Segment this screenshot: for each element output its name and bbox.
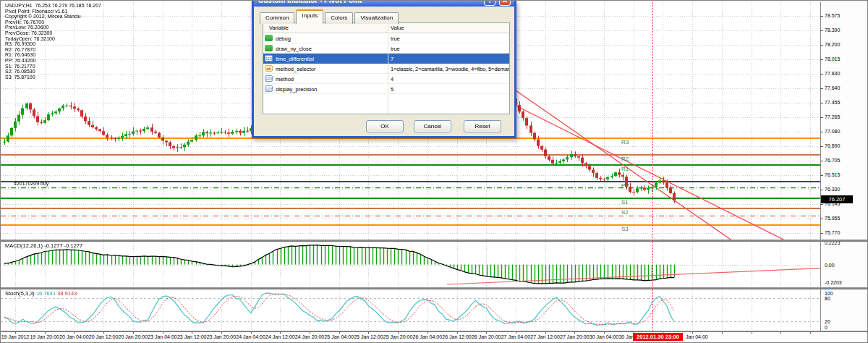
time-axis-label: 19 Jan 2012 bbox=[1, 334, 30, 339]
param-row-method[interactable]: 123method4 bbox=[263, 74, 509, 84]
price-axis-tick bbox=[820, 88, 823, 89]
time-axis-label: 23 Jan 20:00 bbox=[207, 334, 236, 339]
price-axis-tick bbox=[820, 175, 823, 176]
reset-button[interactable]: Reset bbox=[464, 120, 501, 132]
param-value: 1=classic, 2=camarilla, 3=woodie, 4=fibo… bbox=[391, 66, 510, 72]
time-axis-label: 24 Jan 12:00 bbox=[265, 334, 294, 339]
info-line: PrevHi: 76.76700 bbox=[5, 20, 101, 25]
cancel-button[interactable]: Cancel bbox=[414, 120, 451, 132]
price-axis-tick bbox=[820, 190, 823, 190]
tab-common[interactable]: Common bbox=[260, 12, 294, 24]
info-line: TodayOpen: 76.32100 bbox=[5, 36, 101, 42]
price-axis-tick bbox=[820, 204, 823, 205]
help-icon[interactable]: ? bbox=[484, 1, 495, 6]
param-row-time_differential[interactable]: 123time_differential7 bbox=[263, 54, 509, 64]
panel-separator[interactable] bbox=[1, 287, 868, 289]
info-line: R3: 76.99300 bbox=[5, 41, 101, 47]
pivot-label-R3: R3 bbox=[621, 139, 629, 145]
param-row-display_precision[interactable]: 123display_precision5 bbox=[263, 84, 509, 94]
ok-button[interactable]: OK bbox=[366, 120, 404, 132]
param-name: display_precision bbox=[276, 86, 318, 93]
panel-separator[interactable] bbox=[1, 240, 868, 242]
price-axis-tick bbox=[820, 146, 823, 147]
stoch-value-k: 16.7641 bbox=[36, 290, 56, 297]
close-icon[interactable]: ✕ bbox=[499, 1, 511, 6]
info-line: R2: 76.77870 bbox=[5, 47, 101, 53]
price-axis-label: 78.015 bbox=[825, 56, 840, 62]
boolean-icon bbox=[265, 45, 273, 51]
macd-panel-canvas[interactable] bbox=[1, 242, 820, 287]
panel-separator bbox=[1, 331, 868, 332]
info-line: Pivot Point: Fibonacci v1.61 bbox=[5, 9, 101, 14]
time-axis-label: 24 Jan 04:00 bbox=[236, 334, 265, 339]
macd-value-2: -0.1277 bbox=[64, 242, 82, 249]
string-icon: ab bbox=[265, 65, 273, 72]
time-axis-label: 23 Jan 04:00 bbox=[148, 334, 176, 339]
param-row-debug[interactable]: debugtrue bbox=[263, 33, 509, 43]
param-name: draw_ny_close bbox=[276, 46, 312, 52]
info-line: S2: 76.08530 bbox=[5, 69, 101, 75]
param-row-draw_ny_close[interactable]: draw_ny_closetrue bbox=[263, 43, 509, 54]
info-line: USDJPY,H1 76.253 76.279 76.185 76.207 bbox=[5, 3, 101, 9]
price-axis-label: 78.200 bbox=[825, 42, 840, 47]
number-icon: 123 bbox=[265, 55, 273, 62]
price-axis-label: 77.080 bbox=[825, 129, 840, 134]
tab-colors[interactable]: Colors bbox=[325, 12, 353, 24]
time-axis-label: 23 Jan 12:00 bbox=[177, 334, 206, 339]
price-axis-tick bbox=[820, 59, 823, 60]
price-axis-tick bbox=[820, 233, 823, 234]
time-axis-label: 20 Jan 12:00 bbox=[89, 334, 118, 339]
symbol-info-block: USDJPY,H1 76.253 76.279 76.185 76.207Piv… bbox=[5, 3, 101, 80]
price-axis-label: 77.830 bbox=[825, 71, 840, 76]
dialog-title-bar[interactable]: Custom Indicator - Pivot Point ? ✕ bbox=[254, 1, 514, 7]
info-line: PrevLow: 76.20600 bbox=[5, 25, 101, 30]
time-axis-label: 30 Jan 04:00 bbox=[590, 334, 618, 339]
param-value: 7 bbox=[391, 56, 393, 62]
table-rows: debugtruedraw_ny_closetrue123time_differ… bbox=[263, 33, 509, 94]
time-axis-label: Jan 04:00 bbox=[686, 334, 708, 339]
stoch-axis-label: 0 bbox=[825, 325, 827, 330]
time-axis-label: 25 Jan 20:00 bbox=[383, 334, 412, 339]
price-axis-tick bbox=[820, 45, 823, 46]
boolean-icon bbox=[265, 35, 273, 41]
stoch-name: Stoch(5,3,3) bbox=[5, 290, 35, 297]
info-line: S3: 75.87100 bbox=[5, 75, 101, 80]
stochastic-indicator-label: Stoch(5,3,3) 16.7641 38.9143 bbox=[5, 290, 77, 297]
param-value: 5 bbox=[391, 86, 393, 93]
price-axis-tick bbox=[820, 103, 823, 103]
info-line: PP: 76.43200 bbox=[5, 58, 101, 64]
price-axis-label: 78.390 bbox=[825, 27, 840, 33]
time-axis-label: 19 Jan 20:00 bbox=[30, 334, 59, 339]
price-axis-label: 76.515 bbox=[825, 172, 840, 177]
price-axis-label: 75.955 bbox=[825, 216, 840, 221]
price-axis-tick bbox=[820, 30, 823, 31]
time-axis-label: 25 Jan 12:00 bbox=[354, 334, 383, 339]
dialog-title-text: Custom Indicator - Pivot Point bbox=[258, 1, 362, 4]
price-axis-tick bbox=[820, 132, 823, 132]
stoch-axis-label: 80 bbox=[825, 296, 830, 301]
info-line: Copyright © 2012, Mircea Stanciu bbox=[5, 14, 101, 20]
tab-inputs[interactable]: Inputs bbox=[296, 9, 323, 24]
time-axis-label: 27 Jan 20:00 bbox=[560, 334, 589, 339]
stochastic-panel-canvas[interactable] bbox=[1, 289, 820, 331]
parameters-table: Variable Value debugtruedraw_ny_closetru… bbox=[263, 22, 510, 114]
price-axis-label: 77.265 bbox=[825, 114, 840, 119]
stoch-axis-label: 20 bbox=[825, 319, 830, 324]
param-row-method_selector[interactable]: abmethod_selector1=classic, 2=camarilla,… bbox=[263, 64, 509, 74]
macd-name: MACD(12,26,1) bbox=[5, 242, 43, 249]
price-axis-label: 78.575 bbox=[825, 13, 840, 18]
time-axis-label: 20 Jan 20:00 bbox=[119, 334, 148, 339]
price-axis-label: 76.330 bbox=[825, 187, 840, 192]
macd-indicator-label: MACD(12,26,1) -0.1277 -0.1277 bbox=[5, 242, 82, 249]
mt4-terminal-window: USDJPY,H1 76.253 76.279 76.185 76.207Piv… bbox=[0, 0, 868, 343]
pivot-label-S2: S2 bbox=[621, 209, 629, 216]
tab-visualization[interactable]: Visualization bbox=[354, 12, 399, 24]
param-name: method bbox=[276, 76, 294, 82]
price-axis-label: 77.455 bbox=[825, 100, 840, 105]
pivot-label-R2: R2 bbox=[621, 156, 629, 162]
order-line-label: #20170209 buy bbox=[14, 181, 48, 186]
price-axis-label: 76.705 bbox=[825, 158, 840, 163]
time-axis-label: 24 Jan 20:00 bbox=[295, 334, 324, 339]
pivot-label-S3: S3 bbox=[621, 226, 629, 232]
price-axis-tick bbox=[820, 161, 823, 161]
